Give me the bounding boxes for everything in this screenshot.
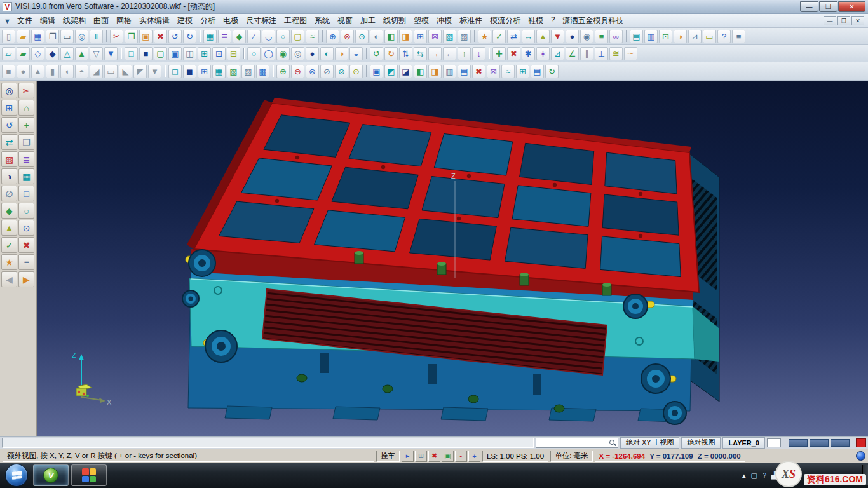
entity-list-icon[interactable]: ≡ bbox=[18, 254, 34, 270]
preview-zoom-icon[interactable]: ◎ bbox=[75, 30, 88, 43]
clipboard-icon[interactable]: ▣ bbox=[442, 451, 454, 462]
circle-wire-icon[interactable]: ○ bbox=[247, 47, 261, 60]
pause-redraw-icon[interactable]: ‖ bbox=[90, 30, 103, 43]
home-view-icon[interactable]: ⌂ bbox=[18, 100, 34, 116]
list-view-icon[interactable]: ≡ bbox=[595, 30, 608, 43]
burst-icon[interactable]: ✱ bbox=[522, 47, 535, 60]
raise-icon[interactable]: ▲ bbox=[536, 30, 550, 43]
hatch-down-icon[interactable]: ▨ bbox=[241, 65, 255, 78]
solid-punch-icon[interactable]: ▼ bbox=[148, 65, 161, 78]
child-close-button-icon[interactable]: ✕ bbox=[851, 16, 864, 25]
settings-tool-icon[interactable]: ≡ bbox=[732, 30, 745, 43]
center-snap-icon[interactable]: ⊙ bbox=[18, 220, 34, 236]
circle-target-icon[interactable]: ◉ bbox=[276, 47, 290, 60]
confirm-icon[interactable]: ✓ bbox=[1, 237, 17, 253]
cut-icon[interactable]: ✂ bbox=[110, 30, 123, 43]
circle-snap-icon[interactable]: ○ bbox=[18, 203, 34, 219]
shade-toggle-icon[interactable]: ◑ bbox=[1, 168, 17, 184]
menu-item-14[interactable]: 加工 bbox=[356, 14, 379, 27]
grid-cross-icon[interactable]: ⊠ bbox=[428, 30, 442, 43]
half-left-icon[interactable]: ◐ bbox=[320, 47, 334, 60]
layer-manager-icon[interactable]: ≣ bbox=[218, 30, 231, 43]
inverted-mesh-icon[interactable]: ▽ bbox=[90, 47, 103, 60]
plane-surface-icon[interactable]: ▱ bbox=[2, 47, 15, 60]
congruent-icon[interactable]: ≅ bbox=[609, 47, 623, 60]
strip-layout-icon[interactable]: ▤ bbox=[531, 65, 544, 78]
start-button[interactable] bbox=[5, 464, 28, 487]
snap-grid-icon[interactable]: ⊞ bbox=[415, 451, 427, 462]
hatch-up-icon[interactable]: ▧ bbox=[227, 65, 240, 78]
hatch-grid-icon[interactable]: ▩ bbox=[256, 65, 269, 78]
move-left-icon[interactable]: ← bbox=[443, 47, 456, 60]
tri-mesh-icon[interactable]: △ bbox=[60, 47, 74, 60]
stop-icon[interactable]: ✖ bbox=[428, 451, 440, 462]
grid-plus-icon[interactable]: ⊞ bbox=[414, 30, 427, 43]
boolean-union-icon[interactable]: ⊕ bbox=[326, 30, 339, 43]
wire-diamond-icon[interactable]: ◇ bbox=[31, 47, 44, 60]
box-solid-icon[interactable]: ■ bbox=[139, 47, 153, 60]
menu-item-8[interactable]: 分析 bbox=[196, 14, 219, 27]
menu-item-2[interactable]: 编辑 bbox=[36, 14, 59, 27]
target-icon[interactable]: ◉ bbox=[580, 30, 593, 43]
menu-item-3[interactable]: 线架构 bbox=[59, 14, 90, 27]
simulate-icon[interactable]: ↻ bbox=[545, 65, 559, 78]
half-fill-left-icon[interactable]: ◧ bbox=[414, 65, 427, 78]
close-feature-icon[interactable]: ✖ bbox=[472, 65, 485, 78]
menu-item-11[interactable]: 工程图 bbox=[280, 14, 311, 27]
tri-solid-icon[interactable]: ▲ bbox=[75, 47, 88, 60]
copy-entity-icon[interactable]: ❐ bbox=[18, 134, 34, 150]
move-swap-icon[interactable]: ⇆ bbox=[414, 47, 427, 60]
move-vertical-icon[interactable]: ⇅ bbox=[399, 47, 412, 60]
dot-box-icon[interactable]: ⊡ bbox=[212, 47, 226, 60]
search-input[interactable] bbox=[536, 438, 609, 447]
fill-left-icon[interactable]: ◧ bbox=[384, 30, 398, 43]
menu-item-10[interactable]: 尺寸标注 bbox=[242, 14, 280, 27]
feature-slash-icon[interactable]: ⊘ bbox=[320, 65, 334, 78]
menu-item-9[interactable]: 电极 bbox=[219, 14, 242, 27]
fill-right-icon[interactable]: ◨ bbox=[399, 30, 412, 43]
nest-icon[interactable]: ⊞ bbox=[516, 65, 529, 78]
perpendicular-icon[interactable]: ⊥ bbox=[595, 47, 608, 60]
cancel-icon[interactable]: ✖ bbox=[18, 237, 34, 253]
half-fill-right-icon[interactable]: ◨ bbox=[428, 65, 442, 78]
solid-diamond-icon[interactable]: ◆ bbox=[46, 47, 59, 60]
split-box-icon[interactable]: ◫ bbox=[183, 47, 196, 60]
save-all-icon[interactable]: ❐ bbox=[46, 30, 59, 43]
validate-icon[interactable]: ✓ bbox=[492, 30, 506, 43]
circle-double-icon[interactable]: ◎ bbox=[291, 47, 304, 60]
hide-entity-icon[interactable]: ∅ bbox=[1, 186, 17, 201]
menu-item-13[interactable]: 视窗 bbox=[334, 14, 356, 27]
block-filled-icon[interactable]: ▣ bbox=[168, 47, 182, 60]
delete-icon[interactable]: ✖ bbox=[154, 30, 167, 43]
infinite-line-icon[interactable]: ∞ bbox=[609, 30, 623, 43]
taskbar-visi-button[interactable]: V bbox=[33, 464, 69, 486]
hatch-right-icon[interactable]: ▨ bbox=[458, 30, 471, 43]
menu-item-17[interactable]: 冲模 bbox=[433, 14, 456, 27]
lock-toggle[interactable]: 拴车 bbox=[376, 451, 400, 462]
solid-point-icon[interactable]: ● bbox=[566, 30, 579, 43]
feature-dot-icon[interactable]: ⊙ bbox=[349, 65, 363, 78]
swap-icon[interactable]: ⇄ bbox=[507, 30, 520, 43]
feature-add-icon[interactable]: ⊕ bbox=[276, 65, 290, 78]
workplane-swatch-1[interactable] bbox=[789, 439, 808, 447]
grid-snap-icon[interactable]: ⊞ bbox=[1, 100, 17, 116]
cam-tool-icon[interactable]: ◑ bbox=[674, 30, 687, 43]
solid-flange-icon[interactable]: ◤ bbox=[133, 65, 147, 78]
analysis-tool-icon[interactable]: ⊿ bbox=[688, 30, 702, 43]
solid-box-icon[interactable]: ■ bbox=[2, 65, 15, 78]
menu-item-6[interactable]: 实体编辑 bbox=[135, 14, 173, 27]
point-icon[interactable]: ◆ bbox=[233, 30, 246, 43]
report-tool-icon[interactable]: ▭ bbox=[703, 30, 716, 43]
redo-icon[interactable]: ↻ bbox=[183, 30, 196, 43]
stretch-icon[interactable]: ↔ bbox=[522, 30, 535, 43]
remove-entity-icon[interactable]: ✖ bbox=[507, 47, 520, 60]
rectangle-icon[interactable]: ▢ bbox=[291, 30, 304, 43]
electrode-tool-icon[interactable]: ⊡ bbox=[659, 30, 672, 43]
parallel-icon[interactable]: ∥ bbox=[580, 47, 593, 60]
add-entity-icon[interactable]: ✚ bbox=[492, 47, 506, 60]
add-icon[interactable]: + bbox=[468, 451, 480, 462]
menu-item-15[interactable]: 线切割 bbox=[379, 14, 410, 27]
help-tool-icon[interactable]: ? bbox=[717, 30, 731, 43]
columns-icon[interactable]: ▤ bbox=[458, 65, 471, 78]
menu-item-19[interactable]: 模流分析 bbox=[486, 14, 524, 27]
